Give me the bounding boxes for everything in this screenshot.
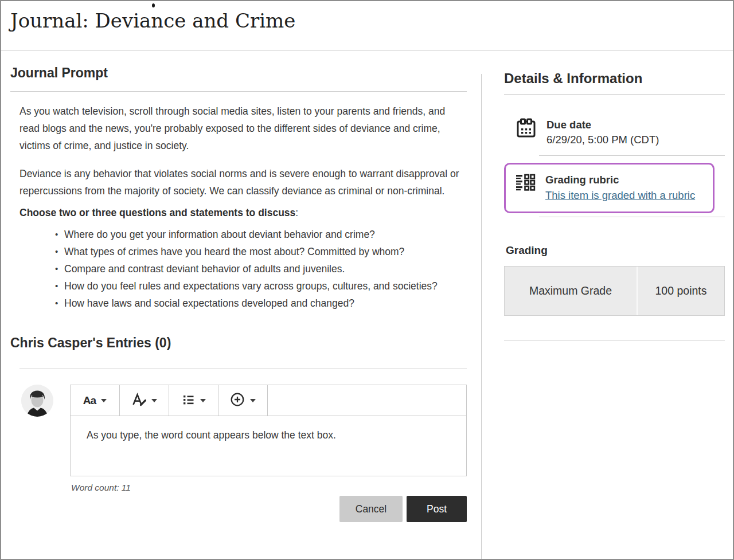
list-button[interactable] xyxy=(169,385,218,416)
chevron-down-icon xyxy=(101,399,107,402)
entry-text-area[interactable]: As you type, the word count appears belo… xyxy=(70,416,467,476)
calendar-icon xyxy=(516,118,537,147)
chevron-down-icon xyxy=(151,399,157,402)
rubric-label: Grading rubric xyxy=(545,173,695,187)
list-item: Compare and contrast deviant behavior of… xyxy=(55,260,467,277)
journal-main: Journal Prompt As you watch television, … xyxy=(10,51,467,522)
avatar xyxy=(21,385,53,417)
divider xyxy=(539,217,725,217)
cancel-button[interactable]: Cancel xyxy=(339,496,403,522)
avatar-photo xyxy=(21,385,53,417)
entry-editor: Aa xyxy=(70,385,467,522)
divider xyxy=(539,155,725,156)
list-icon xyxy=(182,393,195,408)
insert-plus-icon xyxy=(230,392,245,409)
journal-page: Journal: Deviance and Crime Journal Prom… xyxy=(0,0,734,560)
max-grade-value-cell: 100 points xyxy=(638,267,724,315)
insert-content-button[interactable] xyxy=(218,385,268,416)
page-title: Journal: Deviance and Crime xyxy=(1,1,733,33)
divider xyxy=(504,94,725,95)
list-item: Where do you get your information about … xyxy=(55,226,467,243)
entries-heading: Chris Casper's Entries (0) xyxy=(10,335,467,351)
divider xyxy=(504,340,725,340)
journal-prompt-body: As you watch television, scroll through … xyxy=(10,103,467,312)
column-divider xyxy=(481,74,482,559)
prompt-paragraph: As you watch television, scroll through … xyxy=(19,103,467,154)
rubric-link[interactable]: This item is graded with a rubric xyxy=(545,189,695,201)
grading-heading: Grading xyxy=(506,244,725,257)
post-button[interactable]: Post xyxy=(407,496,467,522)
chevron-down-icon xyxy=(200,399,206,402)
entry-editor-row: Aa xyxy=(10,385,467,522)
text-style-button[interactable]: Aa xyxy=(71,385,120,416)
rubric-text: Grading rubric This item is graded with … xyxy=(545,173,695,203)
editor-toolbar: Aa xyxy=(70,385,467,416)
divider xyxy=(19,369,467,369)
page-header: Journal: Deviance and Crime xyxy=(1,1,733,51)
list-item: What types of crimes have you heard the … xyxy=(55,243,467,260)
grading-rubric-box: Grading rubric This item is graded with … xyxy=(504,163,715,213)
text-format-button[interactable] xyxy=(120,385,169,416)
due-date-row: Due date 6/29/20, 5:00 PM (CDT) xyxy=(516,118,725,147)
toolbar-filler xyxy=(268,385,466,416)
max-grade-label-cell: Maximum Grade xyxy=(505,267,638,315)
list-item: How have laws and social expectations de… xyxy=(55,295,467,312)
due-date-value: 6/29/20, 5:00 PM (CDT) xyxy=(546,132,659,147)
text-format-icon xyxy=(132,393,146,408)
details-heading: Details & Information xyxy=(504,70,725,87)
prompt-instruction: Choose two or three questions and statem… xyxy=(19,204,467,221)
chevron-down-icon xyxy=(250,399,256,402)
details-sidebar: Details & Information Due date 6/29/20, … xyxy=(504,51,725,340)
divider xyxy=(10,91,467,92)
list-item: How do you feel rules and expectations v… xyxy=(55,277,467,295)
journal-prompt-heading: Journal Prompt xyxy=(10,65,467,81)
prompt-instruction-bold: Choose two or three questions and statem… xyxy=(19,207,295,218)
due-date-label: Due date xyxy=(546,118,659,132)
prompt-paragraph: Deviance is any behavior that violates s… xyxy=(19,165,467,199)
prompt-question-list: Where do you get your information about … xyxy=(19,226,467,312)
word-count-label: Word count: 11 xyxy=(71,483,467,493)
text-style-icon: Aa xyxy=(83,394,96,407)
rubric-icon xyxy=(516,173,536,203)
due-date-text: Due date 6/29/20, 5:00 PM (CDT) xyxy=(546,118,659,147)
editor-actions: Cancel Post xyxy=(70,496,467,522)
grading-table: Maximum Grade 100 points xyxy=(504,266,725,316)
prompt-instruction-colon: : xyxy=(295,207,298,218)
